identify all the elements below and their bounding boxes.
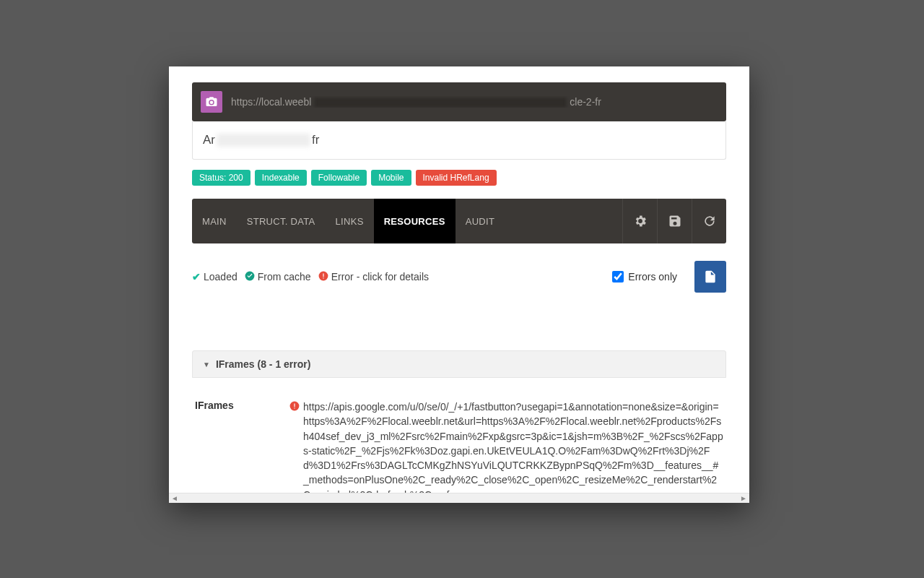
- legend-error-label: Error - click for details: [331, 271, 429, 282]
- tab-resources[interactable]: RESOURCES: [374, 199, 456, 243]
- tab-audit[interactable]: AUDIT: [456, 199, 505, 243]
- legend-cache: From cache: [245, 271, 311, 283]
- tab-struct-data[interactable]: STRUCT. DATA: [237, 199, 326, 243]
- check-circle-icon: [245, 271, 255, 283]
- tab-links[interactable]: LINKS: [326, 199, 374, 243]
- panel-scroll[interactable]: https://local.weeblcle-2-fr Arfr Status:…: [169, 66, 749, 503]
- svg-rect-3: [323, 277, 323, 278]
- iframes-header-label: IFrames (8 - 1 error): [216, 358, 311, 370]
- save-icon[interactable]: [657, 199, 692, 243]
- iframes-row: IFrames https://apis.google.com/u/0/se/0…: [192, 400, 726, 502]
- legend-row: ✔ Loaded From cache Error - click for de…: [192, 261, 726, 293]
- scroll-right-icon[interactable]: ►: [738, 494, 749, 502]
- tab-main[interactable]: MAIN: [192, 199, 237, 243]
- followable-badge[interactable]: Followable: [311, 170, 367, 186]
- errors-only-label: Errors only: [628, 271, 677, 282]
- svg-rect-5: [294, 404, 295, 407]
- url-redacted: [314, 98, 567, 108]
- screenshot-icon[interactable]: [201, 91, 222, 113]
- legend-cache-label: From cache: [258, 271, 311, 282]
- refresh-icon[interactable]: [692, 199, 726, 243]
- svg-rect-6: [294, 407, 295, 408]
- legend-error: Error - click for details: [318, 271, 429, 283]
- horizontal-scrollbar[interactable]: ◄ ►: [169, 493, 749, 503]
- settings-icon[interactable]: [622, 199, 657, 243]
- page-title: Arfr: [192, 121, 726, 160]
- error-circle-icon: [318, 271, 328, 283]
- page-url: https://local.weeblcle-2-fr: [231, 96, 718, 108]
- export-button[interactable]: [694, 261, 726, 293]
- iframes-label: IFrames: [192, 400, 286, 502]
- legend-loaded: ✔ Loaded: [192, 271, 237, 282]
- status-badge[interactable]: Status: 200: [192, 170, 250, 186]
- url-prefix: https://local.weebl: [231, 96, 311, 108]
- url-suffix: cle-2-fr: [570, 96, 601, 108]
- title-suffix: fr: [312, 133, 319, 147]
- indexable-badge[interactable]: Indexable: [255, 170, 307, 186]
- url-bar: https://local.weeblcle-2-fr: [192, 82, 726, 121]
- iframes-error-url[interactable]: https://apis.google.com/u/0/se/0/_/+1/fa…: [303, 400, 726, 502]
- iframes-section-header[interactable]: ▼ IFrames (8 - 1 error): [192, 350, 726, 378]
- status-badges: Status: 200 Indexable Followable Mobile …: [192, 170, 726, 186]
- tab-bar: MAIN STRUCT. DATA LINKS RESOURCES AUDIT: [192, 199, 726, 243]
- check-icon: ✔: [192, 271, 201, 282]
- mobile-badge[interactable]: Mobile: [371, 170, 411, 186]
- errors-only-toggle[interactable]: Errors only: [612, 271, 677, 282]
- svg-rect-2: [323, 273, 323, 277]
- caret-down-icon: ▼: [203, 361, 210, 368]
- legend-loaded-label: Loaded: [204, 271, 237, 282]
- title-redacted: [217, 134, 310, 147]
- scroll-left-icon[interactable]: ◄: [169, 494, 180, 502]
- errors-only-checkbox[interactable]: [612, 271, 624, 282]
- title-prefix: Ar: [203, 133, 215, 147]
- invalid-hreflang-badge[interactable]: Invalid HRefLang: [416, 170, 497, 186]
- error-icon[interactable]: [286, 400, 303, 502]
- app-panel: https://local.weeblcle-2-fr Arfr Status:…: [169, 66, 749, 503]
